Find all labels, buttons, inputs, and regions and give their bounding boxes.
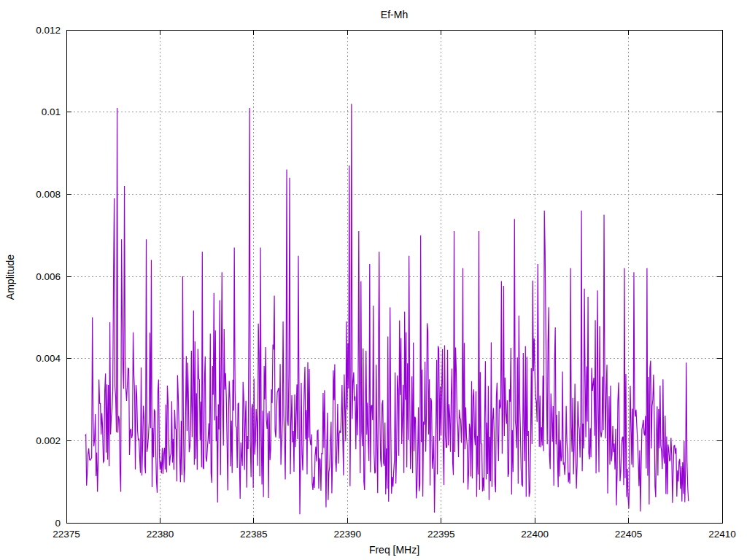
x-tick-label: 22380 [147, 529, 174, 540]
x-tick-label: 22385 [240, 529, 268, 540]
plot-area: 2237522380223852239022395224002240522410… [0, 0, 747, 560]
y-tick-label: 0.004 [36, 353, 61, 364]
x-tick-label: 22375 [53, 529, 80, 540]
signal-trace [85, 104, 689, 514]
chart-title: Ef-Mh [66, 9, 722, 20]
x-tick-label: 22390 [334, 529, 362, 540]
y-tick-label: 0 [55, 518, 61, 529]
y-tick-label: 0.006 [36, 271, 61, 282]
x-tick-label: 22405 [615, 529, 643, 540]
gnuplot-window: 2237522380223852239022395224002240522410… [0, 0, 747, 560]
y-axis-label: Amplitude [4, 219, 16, 335]
x-tick-label: 22395 [427, 529, 455, 540]
x-tick-label: 22400 [521, 529, 549, 540]
y-tick-label: 0.012 [36, 25, 61, 36]
x-axis-label: Freq [MHz] [66, 544, 722, 556]
y-tick-label: 0.01 [42, 106, 61, 117]
y-tick-label: 0.008 [36, 189, 61, 200]
x-tick-label: 22410 [708, 529, 736, 540]
y-tick-label: 0.002 [36, 435, 61, 446]
